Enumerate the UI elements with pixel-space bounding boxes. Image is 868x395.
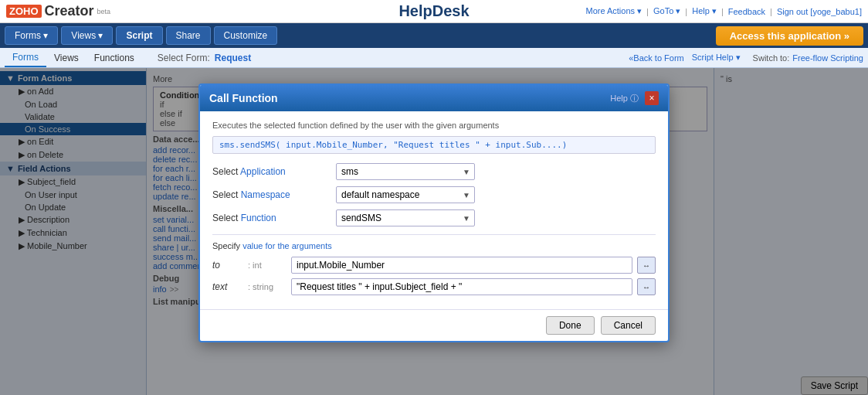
specify-label: Specify value for the arguments	[212, 241, 656, 250]
top-links: More Actions ▾ | GoTo ▾ | Help ▾ | Feedb…	[585, 6, 862, 16]
sub-nav-forms[interactable]: Forms	[5, 49, 46, 67]
cancel-button[interactable]: Cancel	[601, 316, 656, 335]
arg2-edit-btn[interactable]: ↔	[637, 278, 656, 295]
access-app-btn[interactable]: Access this application »	[716, 26, 863, 46]
modal-help-link[interactable]: Help ⓘ	[610, 93, 639, 104]
modal-header: Call Function Help ⓘ ×	[200, 85, 668, 111]
top-bar: ZOHO Creator beta HelpDesk More Actions …	[0, 0, 868, 23]
sub-nav: Forms Views Functions Select Form: Reque…	[0, 48, 868, 68]
views-nav-btn[interactable]: Views ▾	[61, 26, 113, 45]
function-select[interactable]: sendSMS	[336, 209, 475, 226]
help-link[interactable]: Help ▾	[692, 6, 717, 16]
main-layout: ▼ Form Actions ▶ on Add On Load Validate…	[0, 68, 868, 395]
select-application-row: Select Application sms ▼	[212, 163, 656, 180]
script-help-link[interactable]: Script Help ▾	[692, 53, 741, 63]
select-fn-label: Select Function	[212, 213, 336, 223]
sub-nav-functions[interactable]: Functions	[86, 49, 142, 66]
select-app-label: Select Application	[212, 166, 336, 177]
beta-label: beta	[97, 8, 111, 15]
section-divider	[212, 234, 656, 235]
goto-link[interactable]: GoTo ▾	[653, 6, 680, 16]
modal-close-btn[interactable]: ×	[645, 91, 659, 105]
zoho-logo: ZOHO	[6, 5, 42, 18]
select-namespace-row: Select Namespace default namespace ▼	[212, 186, 656, 203]
call-function-modal: Call Function Help ⓘ × Executes the sele…	[198, 83, 670, 342]
modal-footer: Done Cancel	[200, 309, 668, 341]
function-select-wrapper: sendSMS ▼	[336, 209, 475, 226]
back-to-form-link[interactable]: «Back to Form	[629, 53, 684, 63]
signout-link[interactable]: Sign out [yoge_babu1]	[777, 7, 862, 16]
modal-description: Executes the selected function defined b…	[212, 121, 656, 130]
arg2-row: text : string ↔	[212, 278, 656, 295]
switch-to-label: Switch to:	[753, 53, 790, 63]
arg2-type: : string	[248, 282, 287, 291]
namespace-select-wrapper: default namespace ▼	[336, 186, 475, 203]
arg2-name: text	[212, 281, 243, 292]
sub-nav-views[interactable]: Views	[46, 49, 86, 66]
arg1-name: to	[212, 260, 243, 271]
modal-body: Executes the selected function defined b…	[200, 111, 668, 309]
form-name-value: Request	[215, 53, 251, 63]
customize-nav-btn[interactable]: Customize	[214, 26, 278, 45]
modal-title: Call Function	[209, 92, 278, 104]
modal-overlay: Call Function Help ⓘ × Executes the sele…	[0, 68, 868, 395]
select-form-area: Select Form: Request	[158, 53, 251, 63]
select-form-label: Select Form:	[158, 53, 210, 63]
creator-label: Creator	[45, 3, 94, 19]
arg1-edit-btn[interactable]: ↔	[637, 257, 656, 274]
modal-code-preview: sms.sendSMS( input.Mobile_Number, "Reque…	[212, 136, 656, 154]
nav-bar: Forms ▾ Views ▾ Script Share Customize A…	[0, 23, 868, 48]
application-select-wrapper: sms ▼	[336, 163, 475, 180]
application-select[interactable]: sms	[336, 163, 475, 180]
arg1-row: to : int ↔	[212, 257, 656, 274]
app-title: HelpDesk	[398, 2, 469, 20]
more-actions-link[interactable]: More Actions ▾	[585, 6, 642, 16]
feedback-link[interactable]: Feedback	[728, 7, 765, 16]
done-button[interactable]: Done	[546, 316, 595, 335]
select-function-row: Select Function sendSMS ▼	[212, 209, 656, 226]
logo-area: ZOHO Creator beta	[6, 3, 110, 19]
namespace-select[interactable]: default namespace	[336, 186, 475, 203]
arg1-type: : int	[248, 260, 287, 270]
forms-nav-btn[interactable]: Forms ▾	[5, 26, 58, 45]
free-flow-link[interactable]: Free-flow Scripting	[792, 53, 863, 63]
script-nav-btn[interactable]: Script	[116, 26, 162, 45]
select-ns-label: Select Namespace	[212, 189, 336, 200]
share-nav-btn[interactable]: Share	[166, 26, 211, 45]
arg2-input[interactable]	[291, 278, 632, 295]
arg1-input[interactable]	[291, 257, 632, 274]
